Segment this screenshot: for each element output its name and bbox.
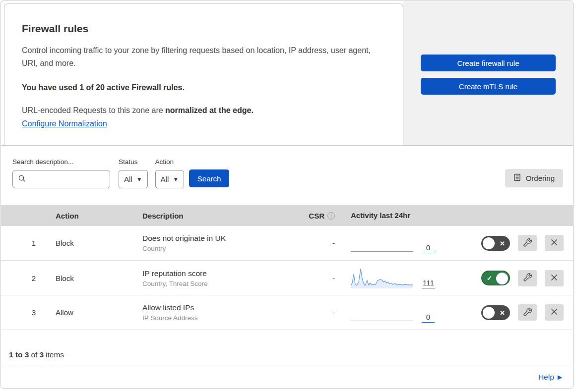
search-field[interactable] (29, 174, 106, 184)
table-row: 3 Allow Allow listed IPs IP Source Addre… (1, 295, 573, 330)
action-value: All (161, 175, 169, 183)
action-label: Action (155, 158, 185, 166)
chevron-down-icon: ▼ (173, 176, 179, 183)
rule-priority: 2 (1, 274, 47, 282)
activity-sparkline-flat (351, 321, 413, 321)
edit-rule-button[interactable] (518, 235, 537, 251)
rule-enabled-toggle[interactable]: ✓ (481, 271, 510, 285)
rule-description-cell: Allow listed IPs IP Source Address (133, 303, 294, 322)
toggle-knob (483, 237, 495, 249)
rule-description-cell: IP reputation score Country, Threat Scor… (133, 269, 294, 287)
help-link-label: Help (538, 373, 554, 382)
arrow-right-icon: ▶ (558, 374, 562, 380)
intro-card: Firewall rules Control incoming traffic … (4, 3, 403, 145)
toggle-on-check-icon: ✓ (487, 275, 492, 281)
edit-rule-button[interactable] (518, 304, 537, 321)
delete-rule-button[interactable] (545, 235, 564, 251)
rule-fields: IP Source Address (142, 314, 294, 322)
configure-normalization-link[interactable]: Configure Normalization (22, 119, 107, 128)
items-range: 1 to 3 (9, 350, 29, 359)
wrench-icon (523, 238, 532, 248)
column-description: Description (133, 212, 294, 220)
activity-sparkline-flat (351, 251, 413, 252)
delete-rule-button[interactable] (545, 304, 564, 321)
rule-action: Block (47, 274, 133, 282)
search-label: Search description... (12, 158, 110, 166)
items-of: of (31, 350, 37, 359)
action-select[interactable]: All ▼ (155, 170, 185, 188)
rule-action: Allow (47, 308, 133, 317)
create-mtls-rule-button[interactable]: Create mTLS rule (421, 78, 556, 95)
status-select[interactable]: All ▼ (119, 170, 148, 188)
toggle-knob (483, 307, 495, 319)
action-filter-group: Action All ▼ (155, 158, 185, 188)
rule-csr: - (294, 308, 341, 317)
intro-description: Control incoming traffic to your zone by… (22, 44, 374, 70)
normalization-bold: normalized at the edge. (165, 106, 254, 114)
pagination-summary: 1 to 3 of 3 items (1, 330, 573, 366)
rule-fields: Country, Threat Score (142, 280, 294, 287)
usage-note: You have used 1 of 20 active Firewall ru… (22, 83, 383, 92)
normalization-note: URL-encoded Requests to this zone are no… (22, 106, 383, 115)
table-row: 2 Block IP reputation score Country, Thr… (1, 261, 573, 295)
normalization-prefix: URL-encoded Requests to this zone are (22, 106, 163, 114)
rule-controls: ✓ (462, 270, 573, 286)
rule-csr: - (294, 274, 341, 282)
close-icon (550, 274, 558, 283)
delete-rule-button[interactable] (545, 270, 564, 286)
rule-description: Allow listed IPs (142, 303, 294, 312)
info-icon[interactable]: i (327, 212, 335, 220)
rule-description-cell: Does not originate in UK Country (133, 234, 294, 252)
wrench-icon (523, 308, 532, 318)
activity-count-link[interactable]: 0 (422, 243, 435, 253)
items-label: items (46, 350, 64, 359)
rule-enabled-toggle[interactable]: ✕ (481, 305, 510, 320)
rule-description: Does not originate in UK (142, 234, 294, 243)
help-row: Help ▶ (1, 366, 573, 388)
status-value: All (124, 175, 132, 183)
table-row: 1 Block Does not originate in UK Country… (1, 226, 573, 261)
rule-activity-cell: 111 (341, 261, 462, 295)
rule-enabled-toggle[interactable]: ✕ (481, 236, 510, 251)
ordering-button-label: Ordering (526, 174, 555, 182)
firewall-rules-page: Firewall rules Control incoming traffic … (0, 0, 574, 389)
items-total: 3 (39, 350, 44, 359)
table-header-row: Action Description CSR i Activity last 2… (1, 205, 573, 226)
rule-csr: - (294, 239, 341, 247)
create-firewall-rule-button[interactable]: Create firewall rule (421, 55, 556, 71)
wrench-icon (523, 273, 532, 283)
rule-priority: 3 (1, 308, 47, 317)
column-csr-label: CSR (309, 212, 324, 220)
activity-sparkline (351, 267, 413, 288)
rule-activity-cell: 0 (341, 295, 462, 330)
close-icon (550, 308, 558, 317)
chevron-down-icon: ▼ (136, 176, 142, 183)
ordering-list-icon (513, 173, 521, 183)
rule-priority: 1 (1, 239, 47, 247)
help-link[interactable]: Help ▶ (538, 373, 562, 382)
rule-controls: ✕ (462, 235, 573, 251)
activity-count-link[interactable]: 0 (422, 313, 435, 323)
ordering-button[interactable]: Ordering (505, 169, 563, 187)
status-label: Status (119, 158, 148, 166)
edit-rule-button[interactable] (518, 270, 537, 286)
search-button[interactable]: Search (189, 169, 229, 187)
rule-activity-cell: 0 (341, 226, 462, 260)
top-section: Firewall rules Control incoming traffic … (1, 1, 573, 146)
status-filter-group: Status All ▼ (119, 158, 148, 188)
rules-table: Action Description CSR i Activity last 2… (1, 205, 573, 330)
column-action: Action (47, 212, 133, 220)
rule-action: Block (47, 239, 133, 247)
rule-fields: Country (142, 245, 294, 252)
toggle-off-x-icon: ✕ (500, 240, 505, 246)
toggle-knob (496, 273, 508, 284)
column-activity: Activity last 24hr (341, 205, 462, 226)
actions-panel: Create firewall rule Create mTLS rule (403, 1, 573, 145)
toggle-off-x-icon: ✕ (500, 309, 505, 316)
activity-count-link[interactable]: 111 (422, 279, 435, 288)
search-input[interactable] (12, 170, 110, 188)
rule-description: IP reputation score (142, 269, 294, 278)
rule-controls: ✕ (462, 304, 573, 321)
column-csr: CSR i (294, 212, 341, 220)
filter-bar: Search description... Status All ▼ Actio… (1, 146, 573, 205)
